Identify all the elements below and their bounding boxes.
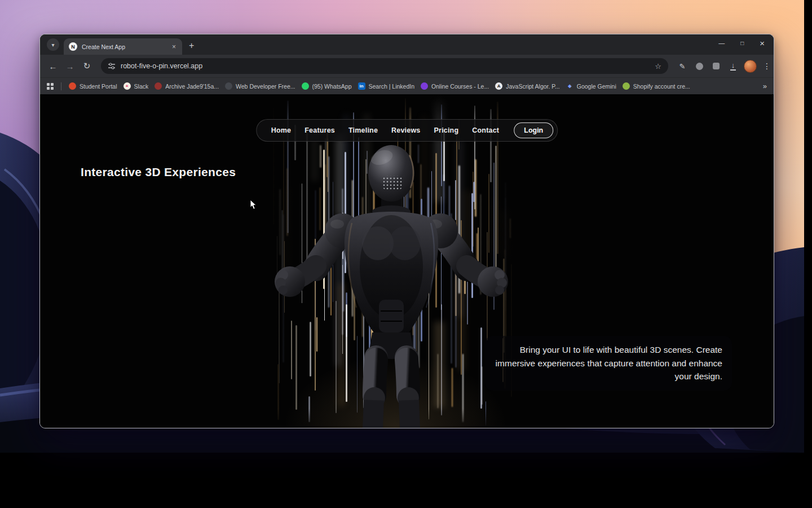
url-text: robot-five-o-pin.vercel.app	[121, 62, 650, 70]
chevron-down-icon: ▾	[51, 42, 54, 48]
page-title: Interactive 3D Experiences	[81, 165, 236, 179]
bookmark-item[interactable]: AJavaScript Algor. P...	[495, 82, 560, 90]
screen: ▾ N Create Next App × + — □ × ← → ↻	[0, 0, 812, 508]
bookmarks-bar: Student Portal +Slack Archive Jade9'15a.…	[40, 77, 774, 94]
bookmark-item[interactable]: Student Portal	[69, 82, 117, 90]
bookmark-item[interactable]: +Slack	[123, 82, 149, 90]
browser-window: ▾ N Create Next App × + — □ × ← → ↻	[39, 34, 774, 428]
minimize-button[interactable]: —	[718, 40, 725, 46]
nav-item-home[interactable]: Home	[271, 126, 292, 134]
nav-item-timeline[interactable]: Timeline	[348, 126, 378, 134]
login-button[interactable]: Login	[514, 122, 553, 138]
bookmark-item[interactable]: inSearch | LinkedIn	[358, 82, 415, 90]
bookmark-favicon: ◆	[566, 82, 573, 90]
reload-button[interactable]: ↻	[80, 59, 94, 73]
tab-strip: ▾ N Create Next App × + — □ ×	[40, 34, 774, 55]
apps-grid-icon[interactable]	[47, 83, 54, 90]
tab-search-button[interactable]: ▾	[47, 38, 59, 51]
site-settings-icon[interactable]	[108, 62, 116, 70]
menu-icon[interactable]: ⋮	[760, 59, 774, 73]
download-arrow: ↓	[731, 62, 735, 69]
nav-item-features[interactable]: Features	[304, 126, 335, 134]
hero-nav: Home Features Timeline Reviews Pricing C…	[256, 119, 558, 142]
bookmark-favicon	[225, 82, 232, 90]
extension-square	[713, 63, 720, 69]
bookmark-star-icon[interactable]: ☆	[655, 62, 661, 71]
bookmark-favicon	[302, 82, 309, 90]
bookmark-item[interactable]: Online Courses - Le...	[421, 82, 489, 90]
bookmark-favicon	[623, 82, 630, 90]
extension-circle-icon[interactable]	[692, 59, 707, 73]
hero-description: Bring your UI to life with beautiful 3D …	[485, 336, 732, 391]
maximize-button[interactable]: □	[740, 41, 744, 46]
browser-toolbar: ← → ↻ robot-five-o-pin.vercel.app ☆ ✎ ↓ …	[40, 55, 774, 77]
back-button[interactable]: ←	[46, 59, 60, 73]
new-tab-button[interactable]: +	[189, 41, 194, 50]
bookmark-item[interactable]: (95) WhatsApp	[302, 82, 352, 90]
bookmark-favicon: in	[358, 82, 365, 90]
extension-dot	[696, 63, 703, 70]
bookmark-item[interactable]: Archive Jade9'15a...	[155, 82, 219, 90]
bookmark-favicon	[69, 82, 76, 90]
avatar-image	[744, 60, 757, 73]
bookmark-favicon	[155, 82, 162, 90]
bookmarks-divider	[61, 82, 61, 90]
mouse-cursor	[250, 199, 258, 211]
bookmark-favicon: +	[123, 82, 131, 90]
tab-title: Create Next App	[82, 43, 166, 50]
address-bar[interactable]: robot-five-o-pin.vercel.app ☆	[101, 58, 668, 74]
nav-item-contact[interactable]: Contact	[472, 126, 499, 134]
nav-item-reviews[interactable]: Reviews	[391, 126, 420, 134]
browser-tab[interactable]: N Create Next App ×	[64, 38, 182, 55]
nav-item-pricing[interactable]: Pricing	[434, 126, 459, 134]
bookmark-favicon	[421, 82, 428, 90]
forward-button[interactable]: →	[63, 59, 77, 73]
bookmark-item[interactable]: Web Developer Free...	[225, 82, 295, 90]
window-controls: — □ ×	[718, 39, 765, 47]
extension-box-icon[interactable]	[709, 59, 723, 73]
nextjs-favicon: N	[69, 42, 77, 51]
bookmarks-overflow-icon[interactable]: »	[763, 82, 767, 90]
page-content: Home Features Timeline Reviews Pricing C…	[40, 94, 774, 428]
bookmark-favicon: A	[495, 82, 502, 90]
close-button[interactable]: ×	[760, 39, 765, 47]
bookmark-item[interactable]: Shopify account cre...	[623, 82, 690, 90]
robot-3d-model	[267, 133, 515, 428]
pencil-icon[interactable]: ✎	[675, 59, 690, 73]
bookmark-item[interactable]: ◆Google Gemini	[566, 82, 616, 90]
profile-avatar[interactable]	[743, 59, 757, 73]
tab-close-icon[interactable]: ×	[171, 43, 177, 51]
download-icon[interactable]: ↓	[726, 59, 740, 73]
